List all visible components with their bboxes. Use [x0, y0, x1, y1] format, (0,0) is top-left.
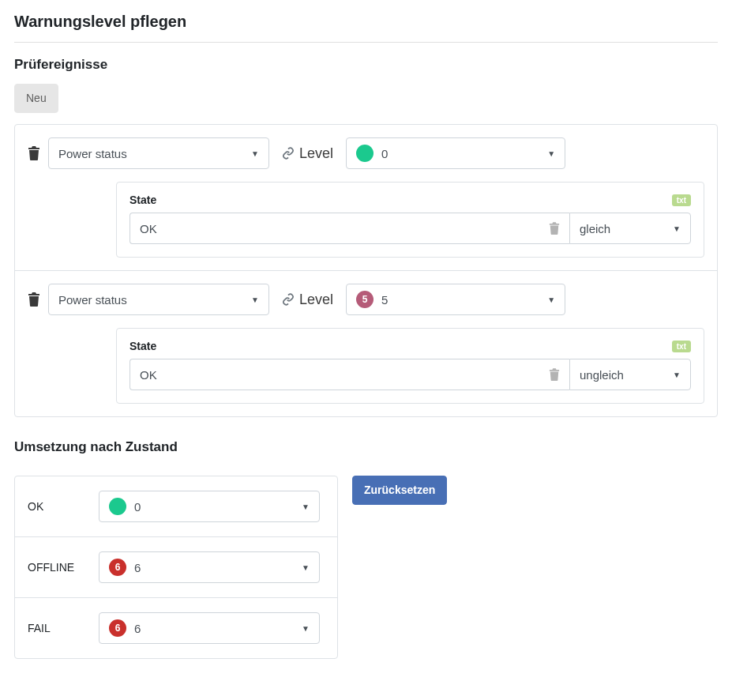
operator-select[interactable]: ungleich ▼ [569, 359, 691, 390]
mapping-level-value: 6 [134, 622, 141, 635]
level-label-text: Level [299, 145, 333, 162]
level-select-value: 5 [381, 293, 388, 307]
trash-icon [28, 146, 40, 160]
mapping-level-value: 6 [134, 561, 141, 574]
check-select[interactable]: Power status ▼ [48, 284, 269, 315]
section-checks-title: Prüfereignisse [14, 57, 718, 73]
trash-icon [549, 222, 560, 235]
chevron-down-icon: ▼ [251, 295, 259, 304]
check-select[interactable]: Power status ▼ [48, 137, 269, 169]
mapping-level-select[interactable]: 6 6 ▼ [99, 612, 320, 644]
chevron-down-icon: ▼ [251, 149, 259, 158]
mapping-row: FAIL 6 6 ▼ [15, 597, 337, 658]
level-select[interactable]: 5 5 ▼ [346, 284, 565, 315]
txt-badge: txt [672, 341, 691, 352]
mapping-state-label: OK [28, 500, 99, 513]
state-value-input[interactable] [130, 359, 569, 390]
level-color-badge [356, 145, 374, 162]
chevron-down-icon: ▼ [302, 502, 310, 511]
chevron-down-icon: ▼ [302, 624, 310, 633]
level-select[interactable]: 0 ▼ [346, 137, 565, 169]
delete-rule-button[interactable] [28, 292, 40, 307]
state-label: State [130, 340, 156, 352]
link-icon [282, 293, 295, 306]
mapping-state-label: OFFLINE [28, 561, 99, 574]
chevron-down-icon: ▼ [547, 149, 555, 158]
chevron-down-icon: ▼ [673, 224, 681, 233]
delete-rule-button[interactable] [28, 146, 40, 160]
chevron-down-icon: ▼ [673, 371, 681, 379]
trash-icon [549, 368, 560, 381]
mapping-level-select[interactable]: 0 ▼ [99, 491, 320, 522]
state-condition-card: State txt gleich ▼ [116, 182, 704, 258]
operator-select[interactable]: gleich ▼ [569, 213, 691, 244]
rule-block: Power status ▼ Level 5 5 ▼ [15, 270, 717, 416]
operator-select-value: gleich [580, 222, 610, 235]
rule-block: Power status ▼ Level 0 ▼ [15, 125, 717, 270]
check-select-value: Power status [58, 147, 127, 160]
level-color-badge: 6 [109, 559, 126, 576]
txt-badge: txt [672, 194, 691, 206]
mapping-list: OK 0 ▼ OFFLINE 6 6 ▼ [14, 476, 338, 659]
mapping-level-select[interactable]: 6 6 ▼ [99, 551, 320, 583]
operator-select-value: ungleich [580, 368, 624, 382]
mapping-row: OK 0 ▼ [15, 476, 337, 536]
check-select-value: Power status [58, 293, 127, 307]
trash-icon [28, 292, 40, 307]
clear-value-button[interactable] [549, 222, 560, 235]
level-color-badge: 5 [356, 291, 374, 308]
level-label-text: Level [299, 292, 333, 308]
level-select-value: 0 [381, 147, 388, 160]
mapping-row: OFFLINE 6 6 ▼ [15, 536, 337, 597]
state-value-input[interactable] [130, 213, 569, 244]
mapping-state-label: FAIL [28, 622, 99, 634]
chevron-down-icon: ▼ [302, 563, 310, 572]
page-title: Warnungslevel pflegen [14, 13, 718, 31]
level-color-badge [109, 498, 126, 515]
state-label: State [130, 194, 156, 206]
state-condition-card: State txt ungleich ▼ [116, 328, 704, 404]
divider [14, 42, 718, 43]
chevron-down-icon: ▼ [547, 295, 555, 304]
level-color-badge: 6 [109, 619, 126, 637]
level-label-group: Level [277, 292, 338, 308]
rules-list: Power status ▼ Level 0 ▼ [14, 124, 718, 417]
link-icon [282, 147, 295, 160]
clear-value-button[interactable] [549, 368, 560, 381]
new-button[interactable]: Neu [14, 84, 58, 113]
section-mapping-title: Umsetzung nach Zustand [14, 439, 718, 455]
mapping-level-value: 0 [134, 500, 141, 514]
reset-button[interactable]: Zurücksetzen [352, 476, 447, 505]
level-label-group: Level [277, 145, 338, 162]
